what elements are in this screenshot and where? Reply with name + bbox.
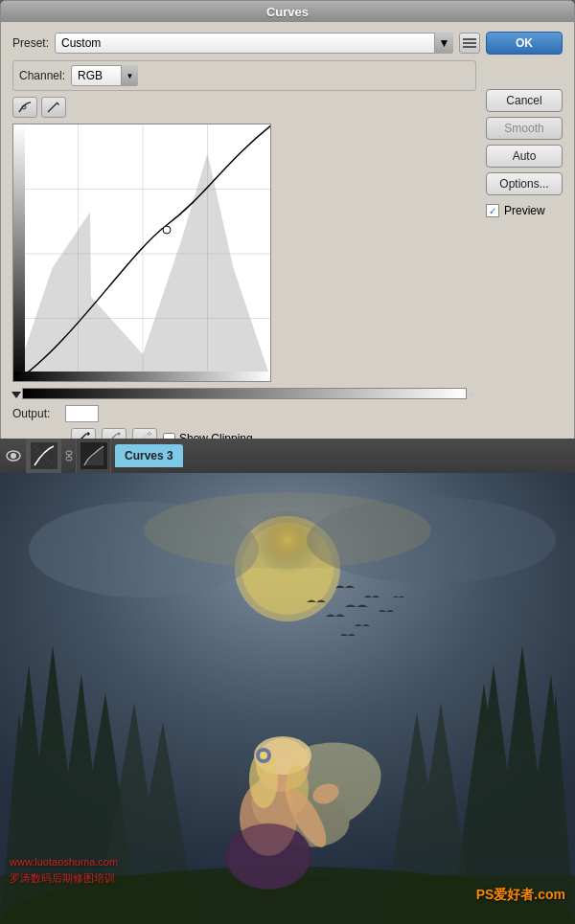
- svg-rect-19: [66, 451, 72, 455]
- preset-select[interactable]: Custom: [55, 33, 453, 54]
- dialog-title: Curves: [266, 5, 309, 19]
- svg-point-16: [11, 453, 16, 459]
- layer-chain-icon: [61, 439, 77, 473]
- svg-point-51: [226, 823, 310, 889]
- ok-button[interactable]: OK: [486, 32, 563, 55]
- ps-logo: PS爱好者.com: [476, 880, 565, 905]
- curves-dialog: Curves Preset: Custom ▼ OK: [0, 0, 575, 512]
- auto-button[interactable]: Auto: [486, 145, 563, 168]
- ps-logo-text: PS爱好者: [476, 887, 535, 902]
- gradient-bars-area: [12, 388, 476, 399]
- svg-marker-11: [117, 432, 121, 436]
- svg-rect-1: [463, 42, 476, 44]
- curve-tools: [12, 97, 476, 118]
- menu-icon: [463, 38, 476, 48]
- curve-draw-tool-button[interactable]: [41, 97, 66, 118]
- preview-row: ✓ Preview: [486, 204, 563, 217]
- svg-rect-0: [463, 38, 476, 40]
- curves-canvas-element: [13, 124, 271, 382]
- chain-link-icon: [64, 449, 74, 462]
- channel-select-wrap: RGB Red Green Blue ▼: [71, 65, 138, 86]
- preset-row: Preset: Custom ▼ OK: [12, 32, 563, 55]
- ps-logo-dot: .com: [534, 887, 565, 902]
- mask-thumbnail-icon: [80, 442, 107, 469]
- left-panel: Channel: RGB Red Green Blue ▼: [12, 60, 476, 500]
- pencil-icon: [46, 101, 61, 114]
- smooth-button[interactable]: Smooth: [486, 117, 563, 140]
- preset-label: Preset:: [12, 36, 49, 50]
- svg-line-4: [48, 102, 58, 112]
- output-label: Output:: [12, 407, 65, 420]
- eye-icon: [6, 450, 21, 462]
- background-scene: www.luotaoshuma.com 罗涛数码后期修图培训 PS爱好者.com: [0, 473, 575, 924]
- watermark-subtitle: 罗涛数码后期修图培训: [10, 870, 118, 887]
- channel-row: Channel: RGB Red Green Blue ▼: [12, 60, 476, 91]
- channel-select[interactable]: RGB Red Green Blue: [71, 65, 138, 86]
- black-point-indicator: [12, 390, 20, 398]
- svg-rect-20: [66, 457, 72, 461]
- preview-checkbox[interactable]: ✓: [486, 204, 499, 217]
- white-point-indicator: [469, 390, 476, 398]
- svg-marker-8: [86, 432, 90, 436]
- layer-thumbnail-curves[interactable]: [27, 439, 61, 473]
- input-gradient-bar: [22, 388, 467, 399]
- curve-point-tool-button[interactable]: [12, 97, 37, 118]
- watermark-text: www.luotaoshuma.com 罗涛数码后期修图培训: [10, 854, 118, 886]
- output-value-input[interactable]: [65, 405, 99, 422]
- preset-select-wrap: Custom ▼: [55, 33, 453, 54]
- svg-marker-14: [148, 432, 151, 436]
- layer-bar: Curves 3: [0, 439, 575, 473]
- curve-tool-icon: [17, 101, 33, 114]
- preset-menu-button[interactable]: [459, 33, 480, 54]
- layer-mask-thumbnail[interactable]: [77, 439, 111, 473]
- curves-thumbnail-icon: [31, 442, 58, 469]
- layer-name: Curves 3: [125, 449, 173, 462]
- output-row: Output:: [12, 405, 476, 422]
- svg-point-57: [260, 752, 267, 759]
- main-content: Channel: RGB Red Green Blue ▼: [12, 60, 563, 500]
- layer-visibility-toggle[interactable]: [0, 439, 27, 473]
- watermark-url: www.luotaoshuma.com: [10, 854, 118, 870]
- svg-rect-2: [463, 46, 476, 48]
- cancel-button[interactable]: Cancel: [486, 89, 563, 112]
- dialog-titlebar: Curves: [1, 1, 574, 22]
- image-panel: Curves 3: [0, 439, 575, 924]
- channel-label: Channel:: [19, 69, 65, 82]
- curves-canvas[interactable]: [12, 124, 271, 382]
- preview-label: Preview: [504, 204, 545, 217]
- options-button[interactable]: Options...: [486, 172, 563, 195]
- right-panel: Cancel Smooth Auto Options... ✓ Preview: [486, 60, 563, 500]
- layer-name-tab[interactable]: Curves 3: [115, 444, 183, 467]
